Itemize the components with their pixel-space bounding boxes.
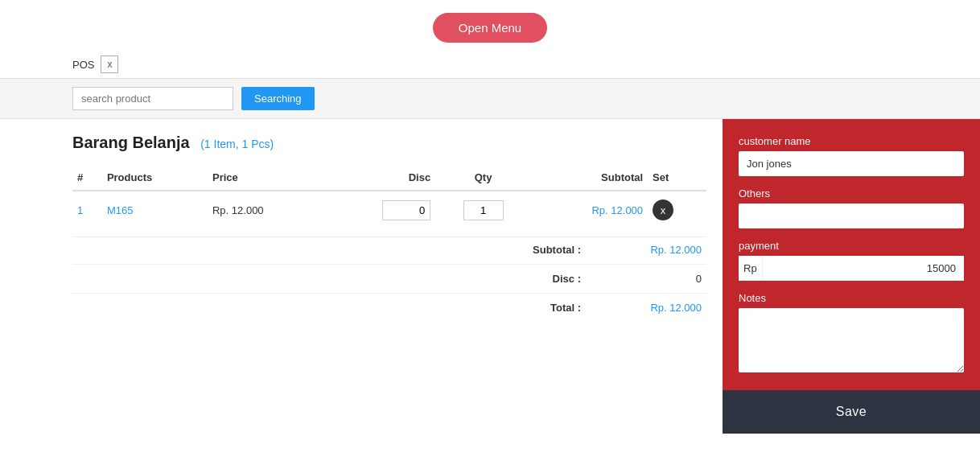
barang-belanja-title: Barang Belanja (1 Item, 1 Pcs) (72, 134, 706, 152)
summary-section: Subtotal : Rp. 12.000 Disc : 0 Total : R… (72, 236, 706, 320)
items-table: # Products Price Disc Qty Subtotal Set 1… (72, 165, 706, 228)
others-input[interactable] (739, 204, 964, 228)
row-set-cell: x (648, 191, 706, 228)
disc-input[interactable] (382, 200, 430, 220)
col-disc: Disc (324, 165, 435, 191)
row-num: 1 (72, 191, 102, 228)
col-subtotal: Subtotal (531, 165, 648, 191)
table-row: 1 M165 Rp. 12.000 Rp. 12.000 x (72, 191, 706, 228)
save-button[interactable]: Save (723, 390, 980, 434)
disc-value: 0 (629, 273, 702, 285)
col-num: # (72, 165, 102, 191)
total-label: Total : (517, 302, 581, 314)
customer-name-input[interactable] (739, 151, 964, 176)
qty-input[interactable] (463, 200, 504, 220)
search-input[interactable] (72, 87, 233, 110)
col-products: Products (102, 165, 208, 191)
row-subtotal: Rp. 12.000 (531, 191, 648, 228)
payment-prefix: Rp (739, 256, 763, 281)
col-price: Price (208, 165, 324, 191)
notes-label: Notes (739, 292, 964, 304)
searching-button[interactable]: Searching (241, 87, 315, 110)
payment-row: Rp (739, 256, 964, 281)
col-qty: Qty (435, 165, 531, 191)
subtotal-value: Rp. 12.000 (629, 244, 702, 256)
total-value: Rp. 12.000 (629, 302, 702, 314)
disc-label: Disc : (517, 273, 581, 285)
pos-label: POS (72, 59, 94, 71)
row-qty-cell (435, 191, 531, 228)
payment-input[interactable] (763, 256, 964, 281)
row-price: Rp. 12.000 (208, 191, 324, 228)
customer-name-label: customer name (739, 135, 964, 147)
barang-subtitle: (1 Item, 1 Pcs) (200, 138, 274, 150)
remove-row-button[interactable]: x (653, 199, 673, 220)
others-label: Others (739, 187, 964, 199)
row-product: M165 (102, 191, 208, 228)
right-panel: customer name Others payment Rp Notes Sa… (723, 119, 980, 434)
payment-label: payment (739, 240, 964, 252)
notes-textarea[interactable] (739, 308, 964, 372)
row-disc-cell (324, 191, 435, 228)
col-set: Set (648, 165, 706, 191)
open-menu-button[interactable]: Open Menu (433, 13, 547, 43)
pos-close-button[interactable]: x (101, 56, 118, 73)
subtotal-label: Subtotal : (517, 244, 581, 256)
